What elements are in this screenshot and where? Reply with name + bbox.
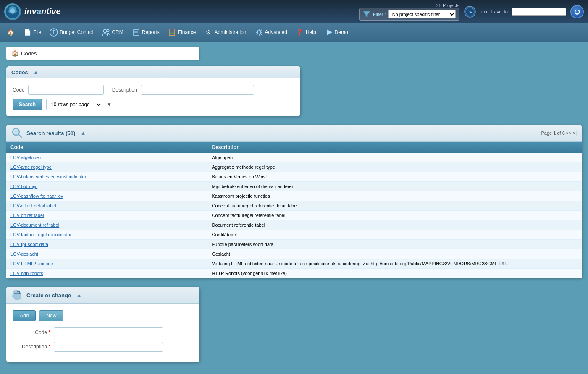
help-nav-icon: ❓: [296, 28, 304, 37]
code-link-1[interactable]: LOV-ame regel type: [10, 165, 52, 170]
description-input[interactable]: [141, 85, 254, 95]
create-panel-collapse[interactable]: ▲: [76, 292, 82, 298]
table-cell-code[interactable]: LOV-HTML2Unicode: [6, 259, 208, 269]
nav-item-budget-control[interactable]: Budget Control: [45, 26, 97, 39]
budget-nav-icon: [50, 28, 58, 37]
create-panel-title: Create or change: [26, 292, 71, 298]
create-description-label: Description *: [13, 344, 50, 350]
create-code-input[interactable]: [54, 327, 163, 337]
nav-label-finance: Finance: [178, 29, 196, 35]
code-link-6[interactable]: LOV-cft ref tabel: [10, 213, 44, 218]
code-link-9[interactable]: LOV-fpr soort data: [10, 242, 48, 247]
code-label: Code: [13, 87, 25, 93]
results-pagination: Page 1 of 6 >> >|: [541, 130, 577, 136]
table-cell-code[interactable]: LOV-cashflow fte naar lov: [6, 191, 208, 201]
search-button[interactable]: Search: [13, 99, 42, 110]
nav-item-help[interactable]: ❓ Help: [291, 26, 320, 39]
table-cell-code[interactable]: LOV-factuur regel dc indicator: [6, 230, 208, 240]
nav-item-home[interactable]: 🏠: [2, 26, 19, 39]
filter-label: Filter :: [373, 12, 386, 17]
nav-label-budget: Budget Control: [60, 29, 93, 35]
table-cell-code[interactable]: LOV-balans verlies en winst indicator: [6, 172, 208, 182]
table-cell-code[interactable]: LOV-ame regel type: [6, 162, 208, 172]
table-cell-code[interactable]: LOV-btd-mijn: [6, 182, 208, 191]
search-results-panel: Search results (51) ▲ Page 1 of 6 >> >| …: [6, 125, 582, 278]
code-link-0[interactable]: LOV-afgelopen: [10, 155, 41, 160]
nav-item-file[interactable]: 📄 File: [19, 26, 45, 39]
svg-line-14: [18, 134, 22, 138]
create-code-label: Code *: [13, 330, 50, 335]
breadcrumb: 🏠 Codes: [6, 47, 200, 60]
reports-nav-icon: [132, 28, 140, 37]
results-table: Code Description LOV-afgelopenAfgelopenL…: [6, 142, 582, 278]
codes-panel-body: Code Description Search 10 rows per page…: [6, 78, 300, 116]
time-travel-icon: [464, 5, 476, 18]
top-right-controls: 25 Projects Filter : No project specific…: [359, 3, 584, 21]
search-form: Code Description: [13, 85, 294, 95]
code-link-3[interactable]: LOV-btd-mijn: [10, 184, 37, 189]
rows-per-page-select[interactable]: 10 rows per page 25 rows per page 50 row…: [46, 99, 102, 110]
table-cell-code[interactable]: LOV-http-robots: [6, 269, 208, 278]
filter-select[interactable]: No project specific filter: [388, 10, 456, 18]
filter-icon: [363, 10, 370, 18]
table-row: LOV-cashflow fte naar lovKasstroom proje…: [6, 191, 582, 201]
create-panel-body: Add New Code * Description *: [6, 304, 200, 362]
table-row: LOV-cft ref tabelConcept factuuregel ref…: [6, 211, 582, 220]
description-form-group: Description: [112, 85, 254, 95]
code-link-7[interactable]: LOV-document ref tabel: [10, 222, 59, 228]
table-row: LOV-http-robotsHTTP Robots (voor gebruik…: [6, 269, 582, 278]
create-description-label-text: Description: [22, 344, 48, 350]
code-link-10[interactable]: LOV-geslacht: [10, 251, 38, 256]
nav-label-reports: Reports: [142, 29, 160, 35]
demo-nav-icon: [325, 28, 333, 37]
time-travel-label: Time Travel to:: [479, 9, 509, 14]
table-row: LOV-document ref tabelDocument referenti…: [6, 220, 582, 230]
time-travel-area: Time Travel to:: [464, 5, 566, 18]
nav-item-advanced[interactable]: Advanced: [251, 26, 291, 39]
table-cell-description: Mijn betrokkenheden of die van anderen: [208, 182, 582, 191]
add-button[interactable]: Add: [13, 310, 36, 321]
code-link-8[interactable]: LOV-factuur regel dc indicator: [10, 232, 72, 237]
code-link-2[interactable]: LOV-balans verlies en winst indicator: [10, 174, 86, 179]
main-content: 🏠 Codes Codes ▲ Code Description Search: [0, 42, 588, 366]
nav-item-finance[interactable]: 🧮 Finance: [164, 26, 200, 39]
nav-bar: 🏠 📄 File Budget Control CRM Reports 🧮 Fi…: [0, 23, 588, 42]
table-cell-code[interactable]: LOV-document ref tabel: [6, 220, 208, 230]
nav-label-file: File: [33, 29, 41, 35]
table-row: LOV-cft ref detail tabelConcept factuure…: [6, 201, 582, 211]
nav-item-demo[interactable]: Demo: [320, 26, 352, 39]
results-tbody: LOV-afgelopenAfgelopenLOV-ame regel type…: [6, 153, 582, 278]
nav-item-crm[interactable]: CRM: [97, 26, 127, 39]
crm-nav-icon: [102, 28, 110, 37]
code-link-5[interactable]: LOV-cft ref detail tabel: [10, 203, 56, 208]
results-table-container: Code Description LOV-afgelopenAfgelopenL…: [6, 142, 582, 278]
results-collapse[interactable]: ▲: [80, 130, 86, 136]
svg-point-12: [257, 31, 261, 34]
table-cell-description: Balans en Verlies en Winst.: [208, 172, 582, 182]
table-cell-code[interactable]: LOV-cft ref detail tabel: [6, 201, 208, 211]
svg-point-7: [107, 29, 109, 32]
code-form-group: Code: [13, 85, 104, 95]
create-description-input[interactable]: [54, 342, 163, 352]
code-input[interactable]: [28, 85, 104, 95]
home-icon: 🏠: [11, 50, 18, 57]
table-cell-description: HTTP Robots (voor gebruik met like): [208, 269, 582, 278]
col-header-code: Code: [6, 142, 208, 153]
table-cell-description: Afgelopen: [208, 153, 582, 162]
svg-point-6: [103, 29, 107, 33]
time-travel-input[interactable]: [512, 8, 566, 16]
power-button[interactable]: ⏻: [570, 5, 584, 18]
codes-panel-collapse[interactable]: ▲: [33, 69, 39, 76]
new-button[interactable]: New: [39, 310, 63, 321]
table-cell-code[interactable]: LOV-geslacht: [6, 249, 208, 259]
code-link-11[interactable]: LOV-HTML2Unicode: [10, 261, 53, 266]
code-link-12[interactable]: LOV-http-robots: [10, 271, 43, 276]
nav-item-administration[interactable]: ⚙ Administration: [200, 26, 250, 39]
table-cell-code[interactable]: LOV-cft ref tabel: [6, 211, 208, 220]
table-cell-code[interactable]: LOV-fpr soort data: [6, 240, 208, 249]
breadcrumb-text: Codes: [21, 50, 37, 57]
code-link-4[interactable]: LOV-cashflow fte naar lov: [10, 194, 63, 199]
table-cell-code[interactable]: LOV-afgelopen: [6, 153, 208, 162]
nav-item-reports[interactable]: Reports: [128, 26, 164, 39]
pagination-text: Page 1 of 6 >> >|: [541, 131, 577, 136]
